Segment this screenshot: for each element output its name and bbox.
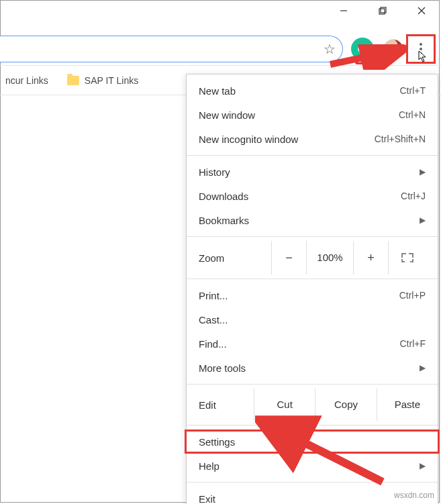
menu-button[interactable]: [407, 36, 434, 62]
zoom-in-button[interactable]: +: [353, 241, 388, 274]
bookmark-folder[interactable]: SAP IT Links: [67, 75, 138, 86]
address-bar[interactable]: ☆: [0, 36, 343, 62]
menu-help[interactable]: Help ▶: [187, 454, 438, 478]
zoom-out-button[interactable]: −: [271, 241, 306, 274]
menu-edit-row: Edit Cut Copy Paste: [187, 389, 438, 421]
menu-history[interactable]: History ▶: [187, 160, 438, 184]
bookmark-folder[interactable]: ncur Links: [5, 75, 48, 86]
profile-avatar[interactable]: [383, 39, 403, 59]
menu-find[interactable]: Find... Ctrl+F: [187, 332, 438, 356]
bookmark-folder-label: SAP IT Links: [85, 75, 138, 86]
bookmark-star-icon[interactable]: ☆: [324, 41, 336, 57]
svg-rect-1: [379, 9, 385, 14]
menu-downloads[interactable]: Downloads Ctrl+J: [187, 184, 438, 208]
chrome-menu: New tab Ctrl+T New window Ctrl+N New inc…: [186, 74, 438, 504]
separator: [187, 425, 438, 425]
menu-new-window[interactable]: New window Ctrl+N: [187, 103, 438, 127]
cut-button[interactable]: Cut: [254, 389, 315, 421]
minimize-button[interactable]: [324, 0, 363, 21]
menu-incognito[interactable]: New incognito window Ctrl+Shift+N: [187, 127, 438, 151]
fullscreen-icon: [401, 253, 413, 262]
folder-icon: [67, 76, 79, 85]
menu-cast[interactable]: Cast...: [187, 307, 438, 332]
menu-more-tools[interactable]: More tools ▶: [187, 356, 438, 380]
toolbar: ☆ off: [0, 32, 441, 66]
fullscreen-button[interactable]: [388, 241, 426, 274]
zoom-level: 100%: [306, 241, 353, 274]
edit-label: Edit: [187, 399, 254, 411]
menu-zoom: Zoom − 100% +: [187, 241, 438, 274]
menu-print[interactable]: Print... Ctrl+P: [187, 283, 438, 307]
chevron-right-icon: ▶: [420, 167, 426, 177]
titlebar: [324, 0, 441, 27]
extension-icon[interactable]: off: [351, 38, 374, 60]
copy-button[interactable]: Copy: [315, 389, 376, 421]
separator: [187, 279, 438, 279]
menu-settings[interactable]: Settings: [185, 430, 440, 454]
svg-rect-2: [381, 7, 386, 13]
separator: [187, 384, 438, 385]
cursor-icon: [418, 50, 428, 62]
chevron-right-icon: ▶: [420, 461, 426, 470]
separator: [187, 155, 438, 156]
chevron-right-icon: ▶: [420, 215, 426, 225]
close-button[interactable]: [402, 0, 441, 21]
separator: [187, 482, 438, 483]
bookmark-folder-label: ncur Links: [5, 75, 48, 86]
separator: [187, 236, 438, 237]
chevron-right-icon: ▶: [420, 363, 426, 372]
menu-bookmarks[interactable]: Bookmarks ▶: [187, 208, 438, 232]
maximize-button[interactable]: [363, 0, 402, 21]
watermark: wsxdn.com: [394, 491, 434, 500]
extension-off-badge: off: [355, 56, 368, 64]
menu-new-tab[interactable]: New tab Ctrl+T: [187, 79, 438, 103]
paste-button[interactable]: Paste: [377, 389, 438, 421]
